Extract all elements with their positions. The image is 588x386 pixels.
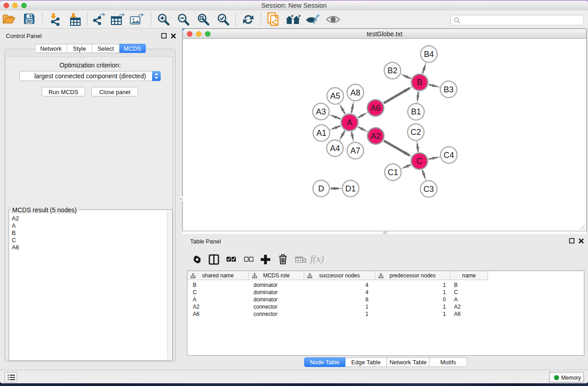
svg-text:A4: A4 xyxy=(330,144,340,153)
svg-text:B3: B3 xyxy=(444,85,454,94)
svg-text:C1: C1 xyxy=(387,168,398,177)
svg-text:A1: A1 xyxy=(316,129,326,138)
svg-text:B4: B4 xyxy=(424,50,434,59)
svg-text:A3: A3 xyxy=(316,107,326,116)
svg-text:A6: A6 xyxy=(370,104,380,113)
svg-text:C3: C3 xyxy=(423,185,434,194)
svg-text:A5: A5 xyxy=(330,91,340,100)
svg-text:A8: A8 xyxy=(350,88,360,97)
svg-text:B: B xyxy=(417,78,422,87)
svg-text:C: C xyxy=(416,157,422,166)
svg-text:C4: C4 xyxy=(444,151,454,160)
svg-text:A2: A2 xyxy=(371,132,381,141)
svg-text:C2: C2 xyxy=(411,128,421,137)
svg-text:A: A xyxy=(347,118,352,127)
svg-text:D: D xyxy=(318,184,324,193)
svg-text:B1: B1 xyxy=(411,107,421,116)
svg-text:D1: D1 xyxy=(345,184,356,193)
svg-text:A7: A7 xyxy=(350,146,360,155)
svg-text:B2: B2 xyxy=(387,66,397,75)
